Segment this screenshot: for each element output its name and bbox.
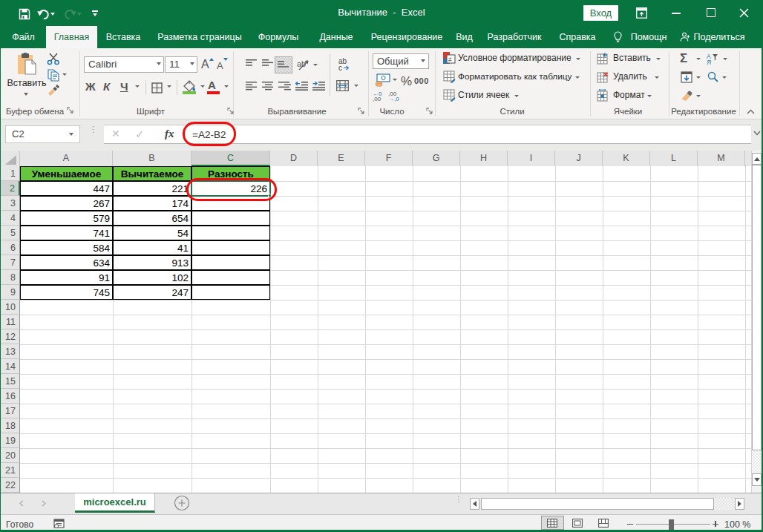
svg-text:≠: ≠ — [448, 56, 452, 63]
svg-text:✕: ✕ — [603, 70, 609, 79]
svg-text:,00: ,00 — [373, 96, 382, 102]
svg-text:→,0: →,0 — [388, 96, 399, 102]
svg-text:c: c — [338, 64, 342, 71]
svg-text:Я: Я — [707, 59, 711, 65]
